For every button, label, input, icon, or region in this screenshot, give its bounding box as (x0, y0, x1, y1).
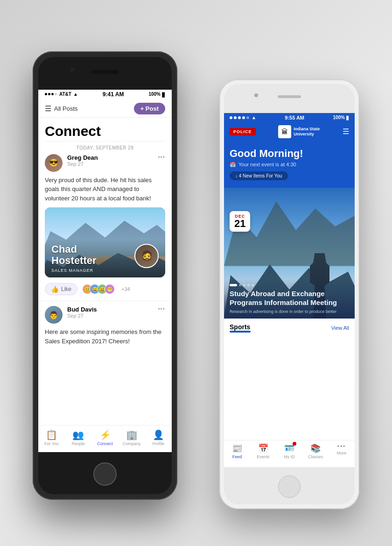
wnav-label-more: More (337, 451, 347, 455)
blue-header: POLICE 🏛 Indiana StateUniversity ☰ (224, 122, 355, 143)
wnav-icon-events: 📅 (258, 443, 268, 454)
white-battery: 100% ▮ (333, 114, 349, 121)
signal-dot-1 (45, 93, 47, 95)
event-title: Study Abroad and Exchange Programs Infor… (230, 289, 349, 307)
dark-phone-inner: AT&T ▲ 9:41 AM 100% ▮ ☰ All Posts (38, 57, 172, 494)
wsdot-5 (246, 116, 249, 119)
wnav-item-classes[interactable]: 📚 Classes (302, 443, 329, 459)
nav-item-for-you[interactable]: 📋 For You (38, 429, 65, 446)
white-home-button[interactable] (278, 475, 301, 498)
white-bottom-nav: 📰 Feed 📅 Events 🪪 My ID (224, 440, 355, 467)
featured-photo: 🧔 (134, 244, 159, 268)
wnav-label-events: Events (257, 454, 270, 459)
white-status-bar: ▲ 9:55 AM 100% ▮ (224, 113, 355, 122)
date-label: TODAY, SEPTEMBER 28 (38, 142, 172, 154)
nav-item-profile[interactable]: 👤 Profile (145, 429, 172, 446)
dark-bottom-nav: 📋 For You 👥 People ⚡ Connect 🏢 Company (38, 425, 172, 452)
wsdot-1 (230, 116, 232, 119)
white-phone-screen: ▲ 9:55 AM 100% ▮ POLICE 🏛 Indiana StateU… (224, 113, 355, 467)
sports-section: Sports View All (224, 319, 355, 333)
featured-role: SALES MANAGER (51, 268, 159, 273)
carousel-dots (230, 284, 349, 286)
nav-icon-company: 🏢 (126, 429, 138, 440)
nav-item-people[interactable]: 👥 People (65, 429, 91, 446)
white-speaker (278, 95, 301, 98)
view-all-button[interactable]: View All (331, 325, 349, 331)
post-author-1: Greg Dean (67, 154, 158, 161)
nav-icon-profile: 👤 (153, 429, 164, 440)
next-event-row: 📅 Your next event is at 4:30 (230, 162, 349, 168)
wnav-item-feed[interactable]: 📰 Feed (224, 443, 250, 459)
dark-phone: AT&T ▲ 9:41 AM 100% ▮ ☰ All Posts (33, 51, 177, 500)
university-logo: 🏛 Indiana StateUniversity (278, 125, 320, 138)
new-items-label: ↓ 4 New Items For You (235, 173, 282, 178)
filter-button[interactable]: ☰ All Posts (45, 104, 78, 113)
good-morning-section: Good Morning! 📅 Your next event is at 4:… (224, 143, 355, 188)
wnav-icon-classes: 📚 (310, 443, 321, 454)
connect-title: Connect (38, 118, 172, 141)
avatar-stack: 😊 😄 😃 😁 (82, 284, 115, 294)
wsdot-4 (242, 116, 245, 119)
nav-icon-people: 👥 (72, 429, 84, 440)
post-header-2: 👨 Bud Davis Sep 27 ••• (45, 306, 165, 324)
dark-time: 9:41 AM (103, 91, 124, 98)
post-more-2[interactable]: ••• (158, 306, 165, 312)
signal-dot-2 (48, 93, 50, 95)
hamburger-menu-icon[interactable]: ☰ (343, 127, 349, 136)
white-phone-inner: ▲ 9:55 AM 100% ▮ POLICE 🏛 Indiana StateU… (224, 84, 355, 504)
avatar-mini-4: 😁 (105, 284, 115, 294)
wsdot-3 (238, 116, 241, 119)
phones-container: AT&T ▲ 9:41 AM 100% ▮ ☰ All Posts (19, 28, 373, 518)
dark-phone-screen: AT&T ▲ 9:41 AM 100% ▮ ☰ All Posts (38, 90, 172, 452)
nav-item-connect[interactable]: ⚡ Connect (91, 429, 118, 446)
post-card-2: 👨 Bud Davis Sep 27 ••• Here are some ins… (38, 301, 172, 346)
post-date-2: Sep 27 (67, 313, 158, 319)
wnav-item-more[interactable]: ••• More (329, 443, 355, 455)
post-header-1: 😎 Greg Dean Sep 27 ••• (45, 154, 165, 172)
post-meta-1: Greg Dean Sep 27 (67, 154, 158, 167)
white-battery-icon: ▮ (346, 114, 349, 121)
dark-header: ☰ All Posts + Post (38, 99, 172, 118)
featured-bg: Chad Hostetter SALES MANAGER 🧔 (45, 207, 165, 277)
carrier-label: AT&T (59, 92, 71, 97)
nav-label-company: Company (123, 441, 141, 446)
nav-item-company[interactable]: 🏢 Company (119, 429, 145, 446)
nav-label-connect: Connect (97, 441, 113, 446)
notif-dot-container: 🪪 (284, 443, 294, 454)
carousel-dot-2 (239, 284, 241, 286)
dark-home-button[interactable] (93, 462, 117, 486)
wnav-label-classes: Classes (308, 454, 323, 459)
dark-speaker (91, 70, 119, 74)
filter-label: All Posts (54, 105, 78, 112)
like-button[interactable]: 👍 Like (45, 283, 77, 295)
carousel-dot-1 (230, 284, 237, 286)
white-signal: ▲ (230, 115, 256, 120)
nav-icon-for-you: 📋 (46, 429, 57, 440)
wnav-item-events[interactable]: 📅 Events (250, 443, 276, 459)
wnav-item-myid[interactable]: 🪪 My ID (276, 443, 302, 459)
nav-label-profile: Profile (153, 441, 165, 446)
featured-card[interactable]: Chad Hostetter SALES MANAGER 🧔 (45, 207, 165, 277)
carousel-dot-4 (247, 284, 250, 286)
event-card[interactable]: DEC 21 Study Abroad and Exchang (224, 188, 355, 319)
signal-dot-3 (51, 93, 54, 95)
post-meta-2: Bud Davis Sep 27 (67, 306, 158, 319)
post-card-1: 😎 Greg Dean Sep 27 ••• Very proud of thi… (38, 154, 172, 301)
police-badge: POLICE (230, 128, 256, 135)
next-event-text: Your next event is at 4:30 (238, 162, 296, 167)
white-wifi-icon: ▲ (252, 115, 256, 120)
carousel-dot-5 (252, 284, 254, 286)
post-avatar-2: 👨 (45, 306, 63, 324)
post-author-2: Bud Davis (67, 306, 158, 313)
event-desc: Research in advertising is done in order… (230, 309, 349, 314)
dark-battery: 100% ▮ (148, 91, 165, 98)
dark-signal: AT&T ▲ (45, 92, 78, 97)
post-button[interactable]: + Post (134, 103, 165, 114)
wsdot-2 (234, 116, 237, 119)
post-more-1[interactable]: ••• (158, 154, 165, 161)
wifi-icon: ▲ (73, 92, 78, 97)
dark-camera (70, 67, 75, 72)
new-items-button[interactable]: ↓ 4 New Items For You (230, 171, 288, 180)
white-time: 9:55 AM (285, 115, 304, 121)
plus-count: +34 (121, 286, 130, 292)
